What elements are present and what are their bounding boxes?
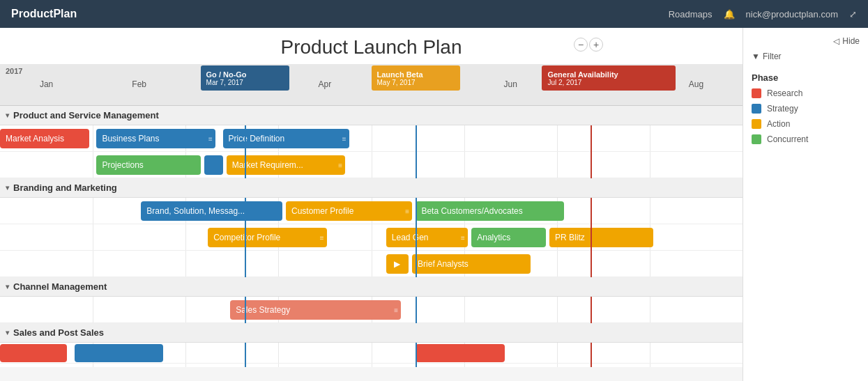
legend-concurrent: Concurrent [752,134,860,144]
section-sales-post-label: Sales and Post Sales [13,327,104,338]
zoom-in-button[interactable]: + [589,38,603,52]
bar-competitor-profile-handle: ≡ [320,234,324,242]
section-sales-post[interactable]: ▾ Sales and Post Sales [0,323,743,343]
filter-icon: ▼ [752,52,760,61]
bar-sales-strategy-label: Sales Strategy [236,305,290,315]
hide-button[interactable]: ◁ Hide [833,36,860,46]
filter-button[interactable]: ▼ Filter [752,52,860,61]
bar-lead-gen-handle: ≡ [461,234,465,242]
zoom-out-button[interactable]: − [574,38,588,52]
bar-customer-profile-handle: ≡ [405,208,409,215]
chevron-branding: ▾ [6,184,9,192]
bar-business-plans-label: Business Plans [102,134,159,143]
bar-competitor-profile[interactable]: Competitor Profile ≡ [208,228,326,247]
gantt-body: ▾ Product and Service Management Market … [0,106,743,367]
section-product-service-label: Product and Service Management [13,110,159,120]
legend-concurrent-color [752,134,761,144]
bar-brief-analysts-arrow[interactable]: ▶ [386,254,409,274]
bar-pr-blitz-label: PR Blitz [555,233,585,242]
hide-label: Hide [842,36,860,46]
legend-research-color [752,88,761,98]
gantt-row-branding-2: Competitor Profile ≡ Lead Gen ≡ Analytic… [0,224,743,251]
roadmaps-link[interactable]: Roadmaps [669,9,713,20]
bar-sales-item-2[interactable] [75,344,164,362]
bar-market-analysis[interactable]: Market Analysis [0,129,89,148]
year-label: 2017 [6,67,22,75]
bar-beta-customers-label: Beta Customers/Advocates [421,206,522,216]
brand-logo[interactable]: ProductPlan [11,8,77,20]
legend-research: Research [752,88,860,98]
legend-action-label: Action [767,119,790,129]
chevron-sales-post: ▾ [6,329,9,336]
top-nav: ProductPlan Roadmaps 🔔 nick@productplan.… [0,0,868,28]
bar-price-definition-handle: ≡ [342,135,347,143]
expand-icon[interactable]: ⤢ [849,9,857,20]
bar-brief-analysts-label: Brief Analysts [418,259,469,269]
timeline-container: 2017 Jan Feb Mar Apr May Jun Jul Aug Go … [0,64,743,381]
chevron-channel: ▾ [6,283,9,290]
bar-business-plans-handle: ≡ [208,135,213,143]
gantt-row-product-1: Market Analysis Business Plans ≡ Price D… [0,125,743,152]
gantt-row-product-2: Projections Market Requirem... ≡ [0,152,743,178]
page-title-bar: Product Launch Plan − + [0,28,743,64]
month-feb: Feb [93,78,185,105]
bar-lead-gen-label: Lead Gen [392,233,429,242]
bar-price-definition-label: Price Definition [229,134,285,143]
bar-projections-label: Projections [102,160,143,170]
milestone-general-avail[interactable]: General Availability Jul 2, 2017 [542,65,676,91]
bar-lead-gen[interactable]: Lead Gen ≡ [386,228,468,247]
roadmap-area: Product Launch Plan − + 2017 Jan Feb Mar… [0,28,743,381]
bar-projections[interactable]: Projections [96,155,200,175]
notification-icon[interactable]: 🔔 [724,9,735,20]
milestone-launch-beta[interactable]: Launch Beta May 7, 2017 [372,65,461,91]
month-apr: Apr [278,78,371,105]
bar-market-req[interactable]: Market Requirem... ≡ [227,155,345,175]
legend-concurrent-label: Concurrent [767,134,808,144]
bar-price-definition[interactable]: Price Definition ≡ [223,129,349,148]
sidebar-controls: ◁ Hide [752,36,860,46]
bar-market-analysis-label: Market Analysis [6,134,64,143]
nav-right: Roadmaps 🔔 nick@productplan.com ⤢ [669,9,857,20]
bar-customer-profile[interactable]: Customer Profile ≡ [286,201,412,221]
legend-strategy: Strategy [752,104,860,114]
month-jan: Jan [0,78,93,105]
bar-sales-strategy[interactable]: Sales Strategy ≡ [230,300,401,320]
bar-brief-analysts-arrow-icon: ▶ [394,259,400,269]
milestone-go-no-go[interactable]: Go / No-Go Mar 7, 2017 [201,65,290,91]
legend-title: Phase [752,72,860,83]
bar-competitor-profile-label: Competitor Profile [213,233,280,242]
bar-beta-customers[interactable]: Beta Customers/Advocates [416,201,564,221]
section-branding-label: Branding and Marketing [13,182,117,193]
bar-brand-solution[interactable]: Brand, Solution, Messag... [141,201,282,221]
user-menu[interactable]: nick@productplan.com [746,9,838,20]
bar-sales-item-3[interactable] [416,344,505,362]
bar-customer-profile-label: Customer Profile [291,206,353,216]
section-channel[interactable]: ▾ Channel Management [0,277,743,297]
legend-strategy-color [752,104,761,114]
bar-brand-solution-label: Brand, Solution, Messag... [146,206,245,216]
bar-sales-item-1[interactable] [0,344,67,362]
bar-business-plans[interactable]: Business Plans ≡ [96,129,215,148]
timeline-header: 2017 Jan Feb Mar Apr May Jun Jul Aug Go … [0,64,743,106]
page-title: Product Launch Plan [0,36,743,59]
bar-analytics[interactable]: Analytics [471,228,546,247]
legend-research-label: Research [767,88,802,98]
legend-strategy-label: Strategy [767,104,798,114]
main-container: Product Launch Plan − + 2017 Jan Feb Mar… [0,28,868,381]
hide-icon: ◁ [833,36,839,46]
chevron-product-service: ▾ [6,111,9,119]
gantt-row-branding-3: ▶ Brief Analysts [0,251,743,277]
section-product-service[interactable]: ▾ Product and Service Management [0,106,743,125]
section-channel-label: Channel Management [13,281,107,292]
bar-brief-analysts[interactable]: Brief Analysts [412,254,531,274]
section-branding[interactable]: ▾ Branding and Marketing [0,178,743,198]
gantt-row-sales-1 [0,343,743,364]
bar-market-req-handle: ≡ [338,162,342,169]
bar-market-req-label: Market Requirem... [232,160,303,170]
bar-proj-small[interactable] [204,155,223,175]
bar-pr-blitz[interactable]: PR Blitz [549,228,653,247]
gantt-row-channel-1: Sales Strategy ≡ [0,297,743,323]
right-sidebar: ◁ Hide ▼ Filter Phase Research Strategy … [743,28,868,381]
filter-label: Filter [763,52,782,61]
legend-action: Action [752,119,860,129]
